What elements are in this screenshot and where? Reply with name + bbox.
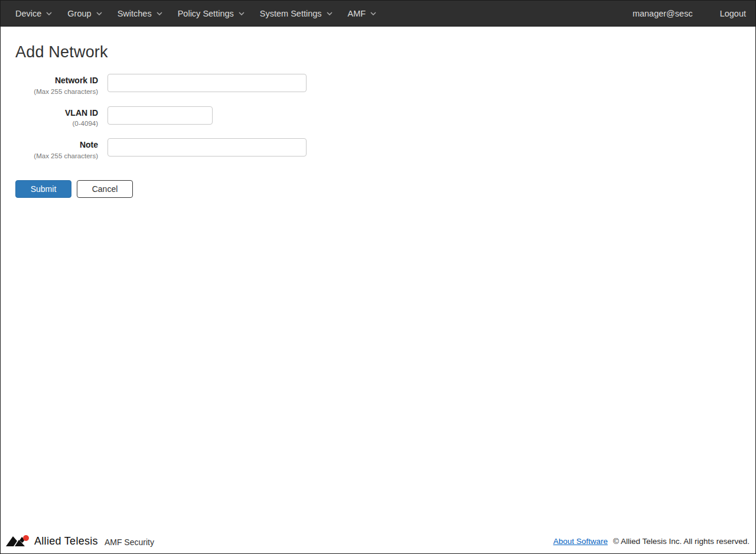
form-row-network-id: Network ID (Max 255 characters) [1, 74, 755, 95]
network-id-label: Network ID [1, 74, 98, 86]
vlan-id-label: VLAN ID [1, 106, 98, 119]
footer-links: About Software © Allied Telesis Inc. All… [553, 537, 750, 546]
submit-button[interactable]: Submit [15, 180, 71, 198]
nav-item-label: Device [15, 9, 41, 18]
logout-button[interactable]: Logout [720, 9, 746, 18]
label-column: VLAN ID (0-4094) [1, 106, 98, 128]
network-id-input[interactable] [107, 74, 307, 92]
nav-item-label: System Settings [260, 9, 322, 18]
nav-item-amf[interactable]: AMF [340, 1, 384, 26]
vlan-id-input[interactable] [107, 106, 213, 125]
note-hint: (Max 255 characters) [1, 152, 98, 159]
page-footer: Allied Telesis AMF Security About Softwa… [1, 531, 755, 553]
main-content: Add Network Network ID (Max 255 characte… [1, 43, 755, 198]
nav-item-group[interactable]: Group [60, 1, 109, 26]
chevron-down-icon [157, 12, 162, 15]
chevron-down-icon [46, 12, 52, 15]
chevron-down-icon [96, 12, 102, 15]
amf-security-page: { "navbar": { "items": [ { "label": "Dev… [0, 0, 756, 554]
chevron-down-icon [239, 12, 245, 15]
nav-item-policy-settings[interactable]: Policy Settings [170, 1, 252, 26]
cancel-button[interactable]: Cancel [77, 180, 133, 198]
label-column: Note (Max 255 characters) [1, 138, 98, 159]
note-label: Note [1, 138, 98, 151]
page-title: Add Network [15, 43, 755, 61]
form-row-vlan-id: VLAN ID (0-4094) [1, 106, 755, 128]
about-software-link[interactable]: About Software [553, 537, 608, 546]
logged-in-user: manager@sesc [633, 9, 693, 18]
nav-item-label: Group [67, 9, 91, 18]
allied-telesis-logo-icon [5, 535, 30, 548]
nav-right: manager@sesc Logout [633, 9, 746, 18]
form-actions: Submit Cancel [15, 180, 755, 198]
nav-item-label: Switches [118, 9, 152, 18]
nav-menu: Device Group Switches Policy Settings Sy… [8, 1, 384, 26]
brand-name: Allied Telesis [34, 535, 98, 548]
form-row-note: Note (Max 255 characters) [1, 138, 755, 159]
chevron-down-icon [370, 12, 376, 15]
nav-item-label: AMF [348, 9, 366, 18]
nav-item-device[interactable]: Device [8, 1, 60, 26]
nav-item-switches[interactable]: Switches [110, 1, 170, 26]
label-column: Network ID (Max 255 characters) [1, 74, 98, 95]
nav-item-system-settings[interactable]: System Settings [252, 1, 340, 26]
product-name: AMF Security [105, 535, 154, 547]
network-id-hint: (Max 255 characters) [1, 88, 98, 95]
copyright-text: © Allied Telesis Inc. All rights reserve… [613, 537, 750, 546]
nav-item-label: Policy Settings [178, 9, 234, 18]
chevron-down-icon [327, 12, 333, 15]
footer-brand: Allied Telesis AMF Security [5, 535, 154, 548]
top-navbar: Device Group Switches Policy Settings Sy… [1, 1, 755, 27]
add-network-form: Network ID (Max 255 characters) VLAN ID … [1, 74, 755, 159]
vlan-id-hint: (0-4094) [1, 120, 98, 127]
note-input[interactable] [107, 138, 307, 157]
